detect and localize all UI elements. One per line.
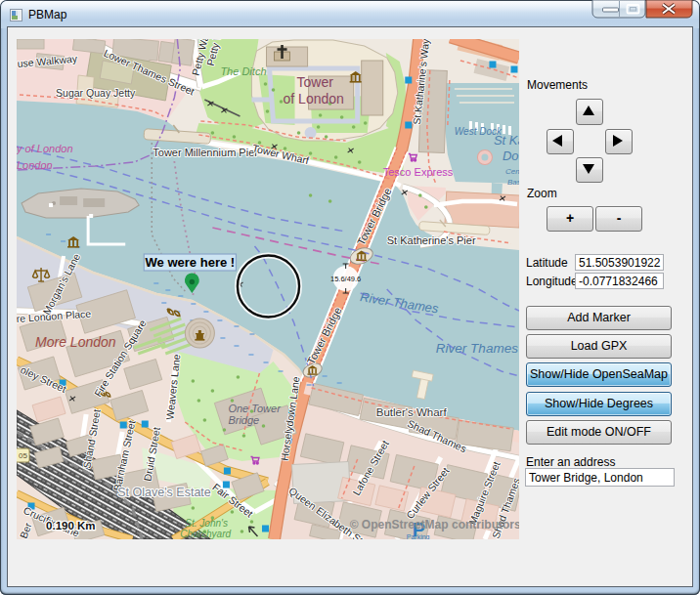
svg-text:Tower Millennium Pier: Tower Millennium Pier	[153, 147, 258, 158]
svg-text:We were here !: We were here !	[146, 255, 236, 270]
svg-text:Cen: Cen	[505, 167, 519, 176]
svg-text:More London: More London	[35, 334, 116, 350]
svg-text:0.190 Km: 0.190 Km	[46, 520, 96, 531]
svg-text:Bas: Bas	[507, 178, 519, 187]
svg-text:The Ditch: The Ditch	[220, 65, 266, 77]
svg-text:Do: Do	[503, 149, 519, 163]
svg-text:Sugar Quay Jetty: Sugar Quay Jetty	[56, 87, 136, 99]
svg-text:St Olave's Estate: St Olave's Estate	[117, 486, 211, 499]
svg-text:15.6/49.6: 15.6/49.6	[330, 275, 361, 283]
svg-text:St Katherine's Pier: St Katherine's Pier	[387, 234, 476, 246]
svg-text:St Ka: St Ka	[494, 133, 519, 148]
svg-text:One Tower: One Tower	[228, 403, 282, 414]
svg-text:River Thames: River Thames	[436, 341, 518, 356]
svg-text:Tower: Tower	[297, 74, 334, 90]
svg-text:y of London: y of London	[17, 143, 73, 154]
svg-text:05: 05	[19, 451, 27, 460]
svg-text:Churchyard: Churchyard	[180, 529, 231, 539]
svg-text:St. John's: St. John's	[185, 518, 228, 529]
svg-text:Butler's Wharf: Butler's Wharf	[376, 406, 448, 418]
svg-text:Bridge: Bridge	[228, 414, 259, 426]
svg-text:Parking: Parking	[407, 533, 430, 539]
svg-text:London: London	[17, 159, 53, 171]
svg-text:© OpenStreetMap contributors: © OpenStreetMap contributors	[350, 518, 519, 531]
svg-text:Tesco Express: Tesco Express	[383, 166, 454, 178]
svg-text:of London: of London	[284, 91, 344, 106]
